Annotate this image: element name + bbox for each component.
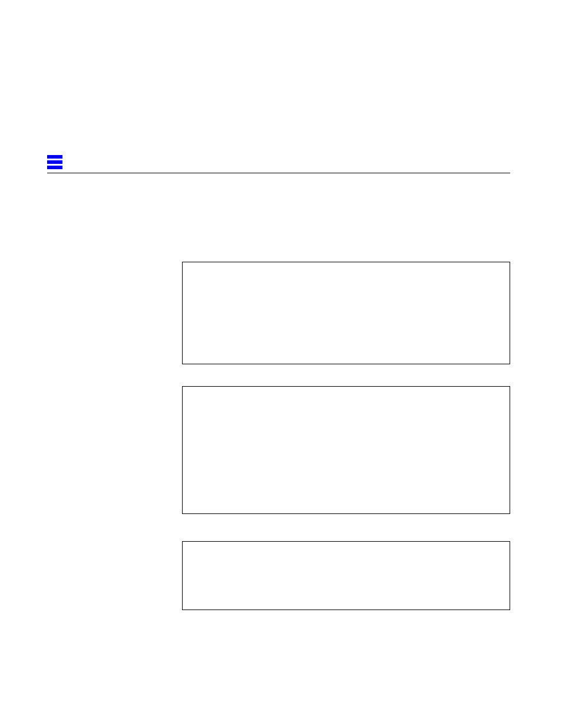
svg-rect-1 <box>47 160 62 164</box>
header-divider <box>47 173 510 173</box>
hamburger-icon <box>47 155 62 169</box>
placeholder-box-3 <box>182 541 510 610</box>
placeholder-box-2 <box>182 386 510 514</box>
document-page <box>0 0 562 728</box>
svg-rect-2 <box>47 166 62 169</box>
placeholder-box-1 <box>182 262 510 364</box>
svg-rect-0 <box>47 155 62 159</box>
